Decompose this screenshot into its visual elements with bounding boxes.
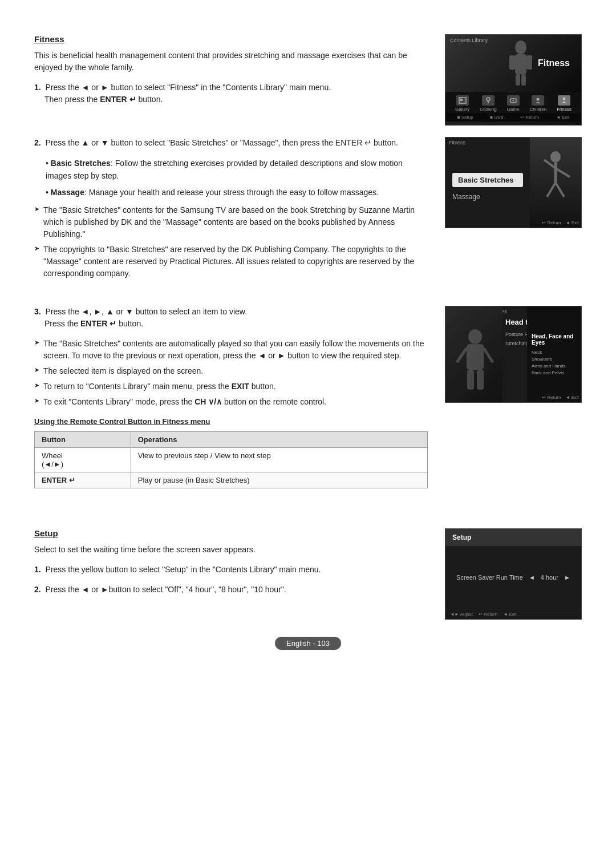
footer-return-setup: ↩ Return xyxy=(479,612,497,617)
step3-arrow2: The selected item is displayed on the sc… xyxy=(34,365,428,377)
svg-rect-3 xyxy=(526,55,532,70)
step3-arrow1: The "Basic Stretches" contents are autom… xyxy=(34,338,428,362)
setup-screen-footer: ◄► Adjust ↩ Return ◄ Exit xyxy=(445,609,581,619)
svg-point-15 xyxy=(550,151,561,163)
step1-subtext: Then press the ENTER ↵ button. xyxy=(44,95,163,104)
screen3-exit: ◄ Exit xyxy=(566,395,579,400)
op-wheel: View to previous step / View to next ste… xyxy=(131,448,427,472)
setup-step1-num: 1. xyxy=(34,565,41,574)
footer-usb: ■ USB xyxy=(490,115,504,120)
footer-return: ↩ Return xyxy=(520,115,539,120)
screen1-fitness-title: Fitness xyxy=(538,58,570,68)
setup-intro: Select to set the waiting time before th… xyxy=(34,544,428,556)
bullet-basic-stretches: • Basic Stretches: Follow the stretching… xyxy=(46,157,428,183)
svg-rect-4 xyxy=(516,74,520,86)
footer-exit-setup: ◄ Exit xyxy=(503,612,516,617)
setup-step2-num: 2. xyxy=(34,585,41,594)
svg-point-0 xyxy=(515,41,526,54)
setup-screen: Setup Screen Saver Run Time ◄ 4 hour ► ◄… xyxy=(445,528,582,620)
svg-rect-5 xyxy=(521,74,526,86)
screen1-icons-row: Gallery Cooking Game xyxy=(445,92,581,113)
step2-num: 2. xyxy=(34,138,41,147)
page-number-bar: English - 103 xyxy=(34,637,582,650)
icon-fitness: Fitness xyxy=(557,95,572,112)
fitness-intro: This is beneficial health management con… xyxy=(34,50,428,74)
cooking-icon-shape xyxy=(482,95,495,106)
screen1-col: Contents Library Fitness xyxy=(445,34,582,126)
icon-gallery: Gallery xyxy=(455,95,469,112)
screen1-header: Contents Library xyxy=(450,38,488,43)
screen2-massage-label: Massage xyxy=(452,193,523,201)
step1-num: 1. xyxy=(34,83,41,92)
svg-line-24 xyxy=(484,348,493,362)
svg-rect-25 xyxy=(467,370,474,390)
screen3-figure xyxy=(445,306,502,402)
svg-line-18 xyxy=(556,168,570,177)
screen1-top: Contents Library Fitness xyxy=(445,35,581,92)
svg-point-13 xyxy=(537,98,540,101)
step3-block: 3. Press the ◄, ►, ▲ or ▼ button to sele… xyxy=(34,306,428,330)
head-face-eyes-title: Head, Face and Eyes xyxy=(532,333,577,346)
footer-adjust: ◄► Adjust xyxy=(450,612,473,617)
step3-arrow4: To exit "Contents Library" mode, press t… xyxy=(34,396,428,408)
setup-step2-text: Press the ◄ or ►button to select "Off", … xyxy=(46,585,286,594)
table-row: Wheel(◄/►) View to previous step / View … xyxy=(35,448,428,472)
screen2-return: ↩ Return xyxy=(542,220,561,225)
shoulders-item: Shoulders xyxy=(532,357,577,362)
fitness-section: Fitness This is beneficial health manage… xyxy=(34,34,582,500)
btn-wheel: Wheel(◄/►) xyxy=(35,448,131,472)
setup-step1-text: Press the yellow button to select "Setup… xyxy=(46,565,321,574)
step3-num: 3. xyxy=(34,307,41,316)
screen-saver-left-arrow: ◄ xyxy=(529,574,535,581)
arrow2: The copyrights to "Basic Stretches" are … xyxy=(34,244,428,280)
screen2-exit: ◄ Exit xyxy=(566,220,579,225)
col-operations: Operations xyxy=(131,432,427,448)
setup-section: Setup Select to set the waiting time bef… xyxy=(34,528,582,620)
screen2-col: Fitness Basic Stretches Massage xyxy=(445,137,582,283)
fitness-screen3: Fitness > Basic Stretches Head to Toe xyxy=(445,306,582,403)
op-enter: Play or pause (in Basic Stretches) xyxy=(131,472,427,488)
step3-section: 3. Press the ◄, ►, ▲ or ▼ button to sele… xyxy=(34,306,582,500)
btn-enter: ENTER ↵ xyxy=(35,472,131,488)
step2-text-content: Press the ▲ or ▼ button to select "Basic… xyxy=(46,138,398,147)
game-icon-shape xyxy=(507,95,520,106)
setup-step2-block: 2. Press the ◄ or ►button to select "Off… xyxy=(34,584,428,596)
rc-title: Using the Remote Control Button in Fitne… xyxy=(34,417,428,426)
screen2-left: Basic Stretches Massage xyxy=(445,138,530,228)
rc-table: Button Operations Wheel(◄/►) View to pre… xyxy=(34,431,428,488)
screen-saver-label: Screen Saver Run Time xyxy=(456,574,523,581)
step3-text-content: Press the ◄, ►, ▲ or ▼ button to select … xyxy=(46,307,247,316)
fitness-icon-shape xyxy=(558,95,570,106)
icon-game: Game xyxy=(507,95,520,112)
svg-point-8 xyxy=(487,98,490,101)
children-icon-shape xyxy=(532,95,544,106)
footer-exit: ◄ Exit xyxy=(556,115,569,120)
step3-text: 3. Press the ◄, ►, ▲ or ▼ button to sele… xyxy=(34,306,428,500)
svg-line-19 xyxy=(547,183,556,197)
gallery-icon-shape xyxy=(456,95,469,106)
icon-fitness-label: Fitness xyxy=(557,107,572,112)
icon-children: Children xyxy=(529,95,546,112)
step2-section: 2. Press the ▲ or ▼ button to select "Ba… xyxy=(34,137,582,283)
back-pelvis-item: Back and Pelvis xyxy=(532,370,577,375)
setup-screen-header: Setup xyxy=(445,529,581,546)
icon-children-label: Children xyxy=(529,107,546,112)
svg-point-21 xyxy=(468,329,482,344)
col-button: Button xyxy=(35,432,131,448)
screen3-return: ↩ Return xyxy=(542,395,561,400)
screen3-footer: ↩ Return ◄ Exit xyxy=(542,395,579,400)
svg-rect-2 xyxy=(509,55,515,70)
fitness-title: Fitness xyxy=(34,34,428,44)
svg-rect-7 xyxy=(460,99,463,101)
icon-cooking-label: Cooking xyxy=(480,107,496,112)
step2-text: 2. Press the ▲ or ▼ button to select "Ba… xyxy=(34,137,428,283)
icon-game-label: Game xyxy=(507,107,520,112)
screen2-header: Fitness xyxy=(449,140,465,145)
svg-line-20 xyxy=(556,183,564,197)
footer-setup: ■ Setup xyxy=(457,115,473,120)
screen-saver-right-arrow: ► xyxy=(564,574,570,581)
setup-screen-col: Setup Screen Saver Run Time ◄ 4 hour ► ◄… xyxy=(445,528,582,620)
svg-point-14 xyxy=(563,98,565,100)
fitness-screen2: Fitness Basic Stretches Massage xyxy=(445,137,582,228)
fitness-text-col: Fitness This is beneficial health manage… xyxy=(34,34,428,126)
